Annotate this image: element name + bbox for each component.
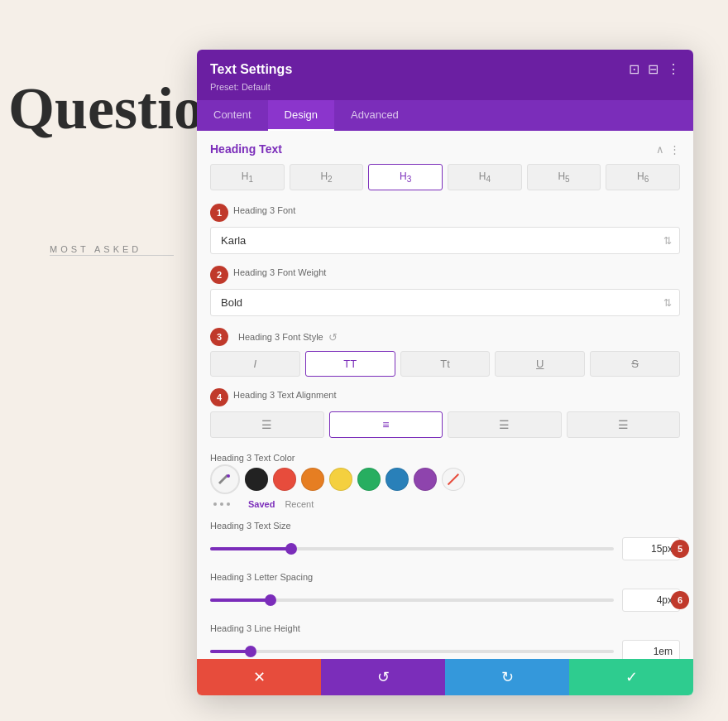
color-label: Heading 3 Text Color [210,453,295,463]
align-center-btn[interactable]: ≡ [329,411,443,438]
size-slider-track[interactable] [210,547,614,550]
weight-label: Heading 3 Font Weight [233,267,326,277]
weight-step-badge: 2 [210,266,228,284]
panel-icon-expand[interactable]: ⊡ [629,61,639,77]
color-tab-recent[interactable]: Recent [285,499,314,509]
panel-title: Text Settings [210,62,292,77]
background-subtext: MOST ASKED [50,244,141,254]
style-step-badge: 3 [210,328,228,346]
color-blue[interactable] [386,468,409,491]
weight-select[interactable]: Bold Regular Light [210,289,680,316]
letter-slider-track[interactable] [210,598,614,602]
panel: Text Settings ⊡ ⊟ ⋮ Preset: Default Cont… [197,50,693,695]
background-line [50,255,174,256]
color-red[interactable] [273,468,296,491]
color-black[interactable] [245,468,268,491]
style-uppercase-btn[interactable]: TT [305,351,395,377]
h6-button[interactable]: H6 [606,164,680,190]
font-step-badge: 1 [210,204,228,222]
tabs-bar: Content Design Advanced [197,100,693,131]
align-justify-btn[interactable]: ☰ [567,411,681,438]
font-select[interactable]: Karla Arial Georgia [210,227,680,254]
align-buttons-row: ☰ ≡ ☰ ☰ [210,411,680,438]
panel-preset[interactable]: Preset: Default [210,82,680,92]
tab-design[interactable]: Design [268,100,334,131]
panel-header: Text Settings ⊡ ⊟ ⋮ Preset: Default [197,50,693,100]
h3-button[interactable]: H3 [368,164,443,190]
tab-advanced[interactable]: Advanced [334,100,415,131]
panel-icon-menu[interactable]: ⋮ [667,61,680,77]
section-collapse-icon[interactable]: ∧ [656,143,664,156]
lineheight-label: Heading 3 Line Height [210,623,300,633]
save-button[interactable]: ✓ [569,659,693,695]
style-capitalize-btn[interactable]: Tt [400,351,491,377]
style-italic-btn[interactable]: I [210,351,300,377]
style-label: Heading 3 Font Style [238,332,323,342]
panel-body: Heading Text ∧ ⋮ H1 H2 H3 H4 H5 H6 1 Hea… [197,131,693,659]
letter-label: Heading 3 Letter Spacing [210,572,313,582]
align-label: Heading 3 Text Alignment [233,390,337,400]
color-purple[interactable] [414,468,437,491]
align-step-badge: 4 [210,388,228,406]
align-left-btn[interactable]: ☰ [210,411,324,438]
color-orange[interactable] [301,468,324,491]
h2-button[interactable]: H2 [290,164,364,190]
lineheight-value: 1em [654,646,673,657]
color-green[interactable] [357,468,381,491]
color-none[interactable] [442,468,465,491]
size-label: Heading 3 Text Size [210,521,291,531]
redo-button[interactable]: ↻ [445,659,569,695]
h1-button[interactable]: H1 [210,164,285,190]
h5-button[interactable]: H5 [527,164,601,190]
section-heading: Heading Text [210,142,282,156]
h-buttons-row: H1 H2 H3 H4 H5 H6 [210,164,680,190]
color-yellow[interactable] [329,468,352,491]
cancel-button[interactable]: ✕ [197,659,321,695]
panel-icon-split[interactable]: ⊟ [648,61,659,77]
h4-button[interactable]: H4 [448,164,522,190]
lineheight-slider-track[interactable] [210,650,614,653]
style-buttons-row: I TT Tt U S [210,351,680,377]
svg-point-0 [227,474,230,478]
style-underline-btn[interactable]: U [495,351,585,377]
tab-content[interactable]: Content [197,100,268,131]
size-step-badge: 5 [671,540,689,558]
undo-button[interactable]: ↺ [321,659,445,695]
color-tab-saved[interactable]: Saved [248,499,275,509]
style-strikethrough-btn[interactable]: S [590,351,680,377]
letter-step-badge: 6 [671,591,689,609]
bottom-toolbar: ✕ ↺ ↻ ✓ [197,659,693,695]
style-reset-icon[interactable]: ↺ [328,331,338,344]
size-value: 15px [651,543,673,555]
font-label: Heading 3 Font [233,205,295,215]
section-more-icon[interactable]: ⋮ [669,143,680,156]
color-picker-btn[interactable] [210,464,240,494]
align-right-btn[interactable]: ☰ [448,411,562,438]
